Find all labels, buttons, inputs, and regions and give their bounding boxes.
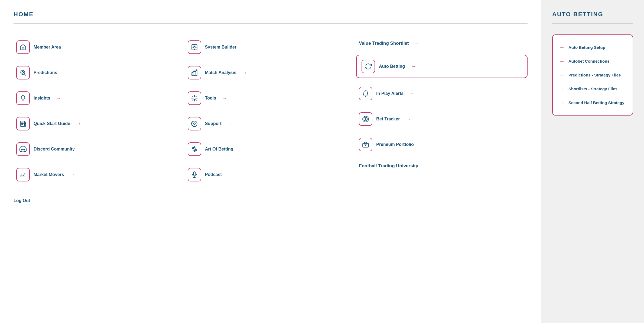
shortlists-strategy-files-item[interactable]: → Shortlists - Strategy Files [559, 82, 626, 96]
nav-item-football-trading-university[interactable]: Football Trading University [356, 157, 528, 175]
auto-betting-setup-arrow: → [559, 44, 565, 50]
in-play-alerts-icon-box [359, 87, 372, 100]
quick-start-guide-label: Quick Start Guide [34, 121, 70, 126]
tools-arrow: → [222, 95, 227, 101]
svg-point-9 [193, 46, 195, 48]
match-analysis-icon-box [188, 66, 201, 79]
nav-item-premium-portfolio[interactable]: Premium Portfolio [356, 132, 528, 157]
svg-rect-25 [193, 172, 195, 175]
tools-icon-box [188, 91, 201, 105]
discord-community-label: Discord Community [34, 147, 75, 152]
match-analysis-label: Match Analysis [205, 70, 236, 75]
match-analysis-arrow: → [242, 70, 247, 76]
bet-tracker-label: Bet Tracker [376, 117, 400, 121]
autobet-connections-arrow: → [559, 58, 565, 64]
svg-point-5 [22, 149, 22, 150]
autobet-connections-label: Autobet Connections [568, 59, 610, 63]
member-area-icon-box [16, 40, 30, 54]
svg-point-28 [363, 116, 369, 122]
svg-line-17 [196, 100, 196, 100]
nav-item-support[interactable]: Support → [185, 111, 356, 136]
svg-point-23 [193, 123, 195, 125]
nav-item-discord-community[interactable]: Discord Community [14, 136, 185, 162]
svg-rect-10 [192, 73, 193, 75]
nav-item-in-play-alerts[interactable]: In Play Alerts → [356, 81, 528, 106]
chart-line-icon [19, 171, 27, 178]
svg-point-30 [365, 119, 366, 120]
auto-betting-label: Auto Betting [379, 64, 405, 69]
support-icon [191, 120, 198, 127]
svg-point-6 [24, 149, 24, 150]
in-play-alerts-arrow: → [409, 91, 414, 97]
right-panel: AUTO BETTING → Auto Betting Setup → Auto… [541, 0, 644, 323]
nav-item-match-analysis[interactable]: Match Analysis → [185, 60, 356, 85]
home-icon [19, 44, 27, 51]
lightbulb-icon [19, 95, 27, 102]
auto-betting-setup-label: Auto Betting Setup [568, 45, 605, 50]
nav-item-bet-tracker[interactable]: Bet Tracker → [356, 106, 528, 132]
bar-chart-icon [191, 69, 198, 76]
tools-icon [191, 95, 198, 102]
svg-line-21 [196, 96, 196, 97]
predictions-strategy-files-arrow: → [559, 72, 565, 78]
nav-item-insights[interactable]: Insights → [14, 85, 185, 111]
insights-icon-box [16, 91, 30, 105]
autobet-connections-item[interactable]: → Autobet Connections [559, 54, 626, 68]
second-half-betting-strategy-label: Second Half Betting Strategy [568, 100, 625, 105]
market-movers-arrow: → [70, 172, 75, 178]
main-panel: HOME Member Area [0, 0, 541, 323]
nav-item-auto-betting[interactable]: Auto Betting → [356, 55, 528, 78]
podcast-label: Podcast [205, 172, 222, 177]
system-builder-label: System Builder [205, 45, 236, 50]
logout-link[interactable]: Log Out [14, 198, 30, 203]
second-half-betting-strategy-arrow: → [559, 100, 565, 106]
predictions-icon-box [16, 66, 30, 79]
book-icon [19, 120, 27, 127]
second-half-betting-strategy-item[interactable]: → Second Half Betting Strategy [559, 96, 626, 110]
svg-line-16 [192, 96, 193, 97]
nav-col-2: System Builder Match Analysis → [185, 34, 356, 187]
nav-item-art-of-betting[interactable]: Art Of Betting [185, 136, 356, 162]
shortlists-strategy-files-label: Shortlists - Strategy Files [568, 87, 617, 91]
quick-start-guide-icon-box [16, 117, 30, 130]
predictions-strategy-files-label: Predictions - Strategy Files [568, 73, 621, 77]
settings-icon [191, 44, 198, 51]
svg-point-29 [364, 117, 367, 121]
nav-item-system-builder[interactable]: System Builder [185, 34, 356, 60]
tools-label: Tools [205, 96, 216, 101]
predictions-label: Predictions [34, 70, 57, 75]
auto-betting-setup-item[interactable]: → Auto Betting Setup [559, 40, 626, 54]
in-play-alerts-label: In Play Alerts [376, 91, 404, 96]
support-icon-box [188, 117, 201, 130]
home-title: HOME [14, 11, 528, 18]
svg-point-2 [22, 72, 24, 73]
insights-arrow: → [56, 95, 61, 101]
discord-community-icon-box [16, 142, 30, 156]
value-trading-shortlist-label: Value Trading Shortlist [359, 41, 409, 46]
auto-betting-arrow: → [411, 64, 416, 69]
nav-item-predictions[interactable]: Predictions [14, 60, 185, 85]
quick-start-guide-arrow: → [76, 121, 81, 127]
auto-betting-title: AUTO BETTING [552, 11, 633, 18]
nav-item-market-movers[interactable]: Market Movers → [14, 162, 185, 187]
right-divider [552, 23, 633, 24]
mic-icon [191, 171, 198, 178]
nav-item-quick-start-guide[interactable]: Quick Start Guide → [14, 111, 185, 136]
suitcase-icon [362, 141, 369, 148]
nav-item-value-trading-shortlist[interactable]: Value Trading Shortlist → [356, 34, 528, 52]
svg-line-20 [192, 100, 193, 100]
nav-item-member-area[interactable]: Member Area [14, 34, 185, 60]
handshake-icon [191, 146, 198, 153]
bet-tracker-arrow: → [406, 116, 411, 122]
football-trading-university-label: Football Trading University [359, 163, 418, 169]
search-icon [19, 69, 27, 76]
nav-item-podcast[interactable]: Podcast [185, 162, 356, 187]
art-of-betting-label: Art Of Betting [205, 147, 233, 152]
market-movers-label: Market Movers [34, 172, 64, 177]
predictions-strategy-files-item[interactable]: → Predictions - Strategy Files [559, 68, 626, 82]
premium-portfolio-label: Premium Portfolio [376, 142, 414, 147]
art-of-betting-icon-box [188, 142, 201, 156]
bet-tracker-icon-box [359, 112, 372, 126]
nav-item-tools[interactable]: Tools → [185, 85, 356, 111]
market-movers-icon-box [16, 168, 30, 181]
